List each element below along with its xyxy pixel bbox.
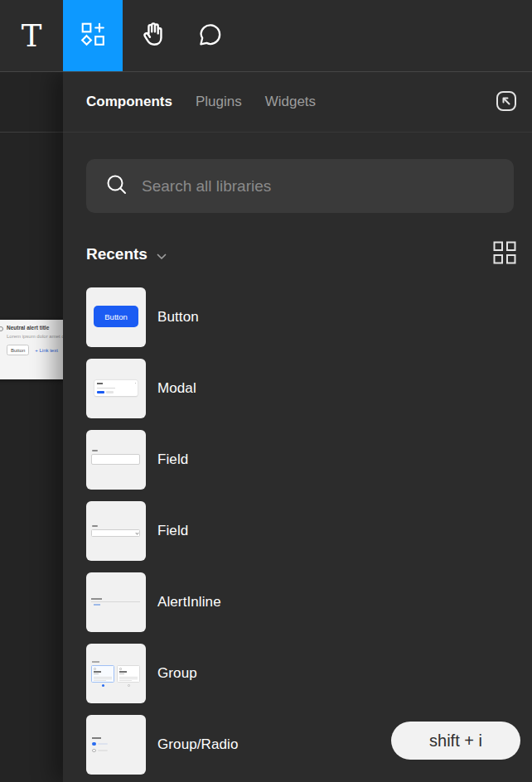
component-thumbnail-field-select — [86, 501, 146, 561]
component-thumbnail-modal — [86, 359, 146, 418]
component-thumbnail-button: Button — [86, 287, 146, 347]
shortcut-hint: shift + i — [391, 722, 520, 760]
toolbar: T — [0, 0, 532, 72]
thumb-modal-preview — [94, 380, 138, 396]
tab-plugins[interactable]: Plugins — [196, 94, 242, 110]
recents-dropdown[interactable]: Recents — [86, 245, 167, 263]
search-input[interactable] — [142, 177, 514, 196]
alert-card-button: Button — [7, 345, 29, 355]
component-thumbnail-group-radio — [86, 715, 146, 775]
panel-tabs: Components Plugins Widgets — [63, 72, 532, 133]
component-list-item[interactable]: Field — [63, 501, 532, 561]
component-list-item[interactable]: Field — [63, 430, 532, 490]
alert-card-actions: Button + Link text — [7, 345, 63, 355]
info-icon — [0, 326, 3, 331]
recents-header: Recents — [86, 238, 517, 271]
assets-tool-button[interactable] — [63, 0, 123, 71]
alert-card-title: Neutral alert title — [7, 325, 63, 331]
popout-button[interactable] — [493, 89, 520, 116]
component-thumbnail-field-input — [86, 430, 146, 490]
search-icon — [104, 172, 129, 200]
component-label: Group/Radio — [157, 736, 239, 753]
grid-view-icon — [493, 241, 516, 268]
comment-icon — [196, 20, 224, 51]
canvas-area[interactable]: Neutral alert title Lorem ipsum dolor am… — [0, 72, 63, 782]
search-bar[interactable] — [86, 159, 514, 213]
component-list-item[interactable]: Modal — [63, 359, 532, 418]
component-list: Button Button Modal Field — [63, 287, 532, 782]
comment-tool-button[interactable] — [186, 0, 234, 71]
component-label: Group — [157, 665, 197, 682]
text-tool-button[interactable]: T — [0, 0, 63, 71]
component-label: Button — [157, 309, 199, 326]
alert-card-body: Lorem ipsum dolor amet conseq — [7, 334, 63, 339]
popout-icon — [494, 89, 519, 117]
components-icon — [80, 21, 106, 51]
component-label: Field — [157, 523, 188, 539]
chevron-down-icon — [157, 249, 167, 263]
tab-components[interactable]: Components — [86, 94, 172, 110]
component-list-item[interactable]: AlertInline — [63, 572, 532, 632]
figma-window: T — [0, 0, 532, 782]
hand-tool-button[interactable] — [129, 0, 177, 71]
assets-panel: Components Plugins Widgets — [63, 72, 532, 782]
component-list-item[interactable]: Button Button — [63, 287, 532, 347]
text-tool-icon: T — [22, 21, 42, 51]
canvas-alert-card[interactable]: Neutral alert title Lorem ipsum dolor am… — [0, 320, 63, 379]
canvas-divider — [0, 132, 63, 133]
component-label: Modal — [157, 380, 196, 397]
component-label: AlertInline — [157, 594, 221, 611]
grid-view-button[interactable] — [492, 242, 517, 267]
component-label: Field — [157, 451, 188, 468]
recents-title: Recents — [86, 245, 148, 263]
alert-card-link: + Link text — [35, 348, 58, 353]
component-thumbnail-group — [86, 644, 146, 703]
tab-widgets[interactable]: Widgets — [265, 94, 316, 110]
component-list-item[interactable]: Group — [63, 644, 532, 703]
component-thumbnail-alert-inline — [86, 572, 146, 632]
thumb-button-preview: Button — [94, 306, 138, 327]
hand-icon — [138, 19, 168, 52]
